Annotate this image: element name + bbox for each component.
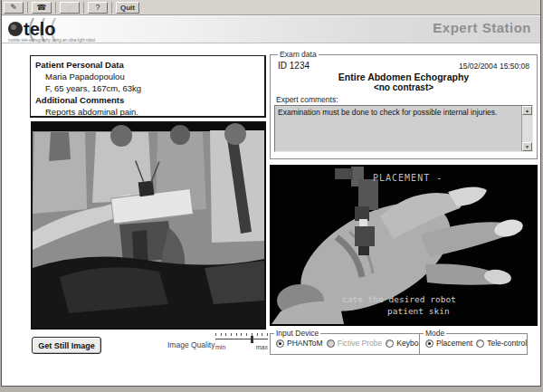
robot-placement-view[interactable]: PLACEMENT - cate the desired robot patie… xyxy=(270,165,538,326)
radio-icon[interactable] xyxy=(476,339,484,348)
scroll-down-icon[interactable]: ▼ xyxy=(522,142,532,151)
page-title: Expert Station xyxy=(433,20,531,35)
live-video-feed xyxy=(31,121,266,330)
slider-max-label: max xyxy=(256,344,268,350)
slider-handle[interactable] xyxy=(251,336,253,343)
hint-text-line1: cate the desired robot xyxy=(342,294,456,304)
radio-placement[interactable]: Placement xyxy=(425,339,472,348)
quit-button[interactable]: Quit xyxy=(116,2,139,14)
expert-comments-text[interactable]: Examination must be done to check for po… xyxy=(275,106,521,151)
additional-comments-text: Reports abdominal pain. xyxy=(35,106,260,118)
help-icon[interactable]: ? xyxy=(88,2,108,14)
header-band: telo mobile tele-echography using an ult… xyxy=(2,16,540,43)
radio-fictive-probe[interactable]: Fictive Probe xyxy=(327,339,383,348)
additional-comments-title: Additional Comments xyxy=(35,94,260,106)
comments-scrollbar[interactable]: ▲ ▼ xyxy=(521,106,532,151)
slider-min-label: min xyxy=(215,344,225,350)
input-device-group: Input Device PHANToM Fictive Probe Keybo… xyxy=(270,329,431,355)
input-device-legend: Input Device xyxy=(274,329,320,338)
exam-datetime: 15/02/2004 15:50:08 xyxy=(459,62,529,71)
patient-details: F, 65 years, 167cm, 63kg xyxy=(35,82,260,94)
exam-contrast: <no contrast> xyxy=(274,82,533,92)
video-image xyxy=(33,123,264,328)
patient-data-title: Patient Personal Data xyxy=(35,59,260,71)
toolbar-separator xyxy=(83,2,84,14)
mode-legend: Mode xyxy=(424,329,446,338)
radio-icon[interactable] xyxy=(276,339,284,348)
slider-track[interactable] xyxy=(215,339,268,341)
logo-tagline: mobile tele-echography using an ultra-li… xyxy=(8,38,96,43)
radio-label: Fictive Probe xyxy=(338,339,383,348)
scroll-up-icon[interactable]: ▲ xyxy=(522,106,532,115)
radio-icon[interactable] xyxy=(425,339,433,348)
image-quality-label: Image Quality xyxy=(167,340,214,349)
connect-icon[interactable]: ✎ xyxy=(4,2,24,14)
logo-text: telo xyxy=(24,19,56,39)
hint-text-line2: patient skin xyxy=(387,306,450,316)
expert-station-window: ✎ ☎ ☞ ? Quit telo mobile tele-echography… xyxy=(1,0,541,387)
toolbar: ✎ ☎ ☞ ? Quit xyxy=(2,0,540,15)
exam-data-legend: Exam data xyxy=(278,50,319,59)
toolbar-separator xyxy=(55,2,56,14)
phone-icon[interactable]: ☎ xyxy=(32,2,52,14)
hand-icon[interactable]: ☞ xyxy=(60,2,80,14)
radio-label: Tele-control xyxy=(487,339,527,348)
exam-data-group: Exam data ID 1234 15/02/2004 15:50:08 En… xyxy=(270,50,538,159)
toolbar-separator xyxy=(111,2,112,14)
radio-label: PHANToM xyxy=(287,339,323,348)
mode-group: Mode Placement Tele-control xyxy=(419,329,528,355)
exam-type: Entire Abdomen Echography xyxy=(274,72,533,82)
exam-id: ID 1234 xyxy=(278,61,310,71)
radio-tele-control[interactable]: Tele-control xyxy=(476,339,527,348)
slider-ticks xyxy=(215,333,268,337)
radio-icon[interactable] xyxy=(386,339,394,348)
get-still-image-button[interactable]: Get Still Image xyxy=(32,337,101,354)
image-quality-slider[interactable]: min max xyxy=(215,333,268,353)
toolbar-separator xyxy=(27,2,28,14)
desktop-background xyxy=(0,387,543,392)
expert-comments-label: Expert comments: xyxy=(276,95,533,104)
patient-data-panel: Patient Personal Data Maria Papadopoulou… xyxy=(30,55,266,118)
radio-icon[interactable] xyxy=(327,339,335,348)
patient-name: Maria Papadopoulou xyxy=(35,71,260,82)
expert-comments-textarea[interactable]: Examination must be done to check for po… xyxy=(274,105,533,152)
radio-label: Placement xyxy=(436,339,472,348)
otelo-logo: telo mobile tele-echography using an ult… xyxy=(6,17,124,43)
radio-phantom[interactable]: PHANToM xyxy=(276,339,323,348)
placement-mode-text: PLACEMENT - xyxy=(373,173,443,183)
